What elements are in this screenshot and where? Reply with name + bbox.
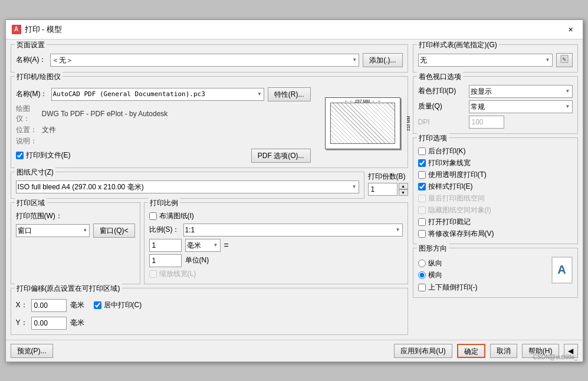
portrait-radio[interactable] xyxy=(418,260,426,267)
bg-print-label: 后台打印(K) xyxy=(428,146,466,156)
hide-objects-checkbox[interactable] xyxy=(418,206,426,214)
paper-dim-h: ← 297 MM → xyxy=(350,99,375,103)
print-to-file-label: 打印到文件(E) xyxy=(26,150,71,160)
app-icon: A xyxy=(12,25,21,34)
add-page-button[interactable]: 添加(.)... xyxy=(363,53,402,67)
scale-label: 比例(S)： xyxy=(149,225,180,235)
paper-size-select[interactable]: ISO full bleed A4 (297.00 x 210.00 毫米) xyxy=(16,180,359,193)
paper-dim-v: 210 MM xyxy=(406,116,410,130)
print-style-section: 打印样式表(画笔指定)(G) 无 ✎ xyxy=(413,44,578,73)
window-button[interactable]: 窗口(Q)< xyxy=(93,224,134,238)
linewidth-checkbox[interactable] xyxy=(418,159,426,167)
preview-button[interactable]: 预览(P)... xyxy=(11,344,53,358)
landscape-radio[interactable] xyxy=(418,271,426,279)
shaded-viewport-section: 着色视口选项 着色打印(D) 按显示 质量(Q) 常规 xyxy=(413,76,578,134)
page-setup-section: 页面设置 名称(A)： ＜无＞ 添加(.)... xyxy=(11,44,408,73)
printer-name-select[interactable]: AutoCAD PDF (General Documentation).pc3 xyxy=(51,88,264,101)
orientation-icon: A xyxy=(551,257,573,284)
quality-label: 质量(Q) xyxy=(418,101,465,111)
apply-to-layout-button[interactable]: 应用到布局(U) xyxy=(394,344,452,358)
bottom-bar: 预览(P)... 应用到布局(U) 确定 取消 帮助(H) ◀ xyxy=(6,340,583,362)
scale-value2-input[interactable] xyxy=(149,254,182,267)
last-paper-checkbox[interactable] xyxy=(418,195,426,202)
title-bar: A 打印 - 模型 × xyxy=(6,20,583,40)
page-setup-title: 页面设置 xyxy=(15,40,47,50)
shade-print-label: 着色打印(D) xyxy=(418,86,465,96)
pdf-options-button[interactable]: PDF 选项(O)... xyxy=(251,149,311,163)
area-scale-row: 打印区域 打印范围(W)： 窗口 窗口(Q)< xyxy=(11,202,408,284)
y-unit: 毫米 xyxy=(70,318,84,328)
right-panel: 打印样式表(画笔指定)(G) 无 ✎ xyxy=(413,44,578,335)
y-label: Y： xyxy=(16,318,28,328)
transparency-checkbox[interactable] xyxy=(418,171,426,179)
x-input[interactable] xyxy=(31,299,67,312)
stamp-label: 打开打印戳记 xyxy=(428,217,471,227)
close-button[interactable]: × xyxy=(565,24,577,35)
print-offset-title: 打印偏移(原点设置在可打印区域) xyxy=(15,284,122,294)
dpi-label: DPI xyxy=(418,118,465,126)
confirm-button[interactable]: 确定 xyxy=(457,344,485,358)
print-style-edit-button[interactable]: ✎ xyxy=(556,53,573,67)
shaded-viewport-title: 着色视口选项 xyxy=(417,72,463,82)
landscape-label: 横向 xyxy=(428,270,442,280)
scale-lines-checkbox[interactable] xyxy=(149,270,157,278)
printer-name-label: 名称(M)： xyxy=(16,89,48,99)
copies-label: 打印份数(B) xyxy=(368,172,406,182)
save-layout-checkbox[interactable] xyxy=(418,230,426,238)
print-style-select[interactable]: 无 xyxy=(418,54,553,67)
print-offset-section: 打印偏移(原点设置在可打印区域) X： 毫米 居中打印(C) Y： xyxy=(11,288,408,335)
copies-down[interactable]: ▼ xyxy=(399,189,408,196)
stamp-checkbox[interactable] xyxy=(418,218,426,226)
y-input[interactable] xyxy=(31,317,67,330)
left-panel: 页面设置 名称(A)： ＜无＞ 添加(.)... 打印机/绘图仪 xyxy=(11,44,408,335)
bg-print-checkbox[interactable] xyxy=(418,147,426,155)
properties-button[interactable]: 特性(R)... xyxy=(268,87,311,101)
print-dialog: A 打印 - 模型 × 页面设置 名称(A)： ＜无＞ 添加(.)... xyxy=(5,19,583,362)
scale-select[interactable]: 1:1 xyxy=(183,224,403,237)
save-layout-label: 将修改保存到布局(V) xyxy=(428,229,494,239)
copies-spinner[interactable]: ▲ ▼ xyxy=(399,183,408,196)
range-label: 打印范围(W)： xyxy=(16,211,63,221)
print-to-file-checkbox[interactable] xyxy=(16,152,24,159)
equals-sign: = xyxy=(224,241,229,250)
orientation-section: 图形方向 纵向 横向 上下颠倒打印(-) xyxy=(413,248,578,298)
upside-down-label: 上下颠倒打印(-) xyxy=(428,283,478,293)
style-print-checkbox[interactable] xyxy=(418,183,426,190)
copies-area: 打印份数(B) ▲ ▼ xyxy=(368,172,408,196)
location-label: 位置： xyxy=(16,125,40,135)
title-bar-left: A 打印 - 模型 xyxy=(12,24,63,35)
scale-value1-input[interactable] xyxy=(149,239,182,252)
center-print-checkbox[interactable] xyxy=(94,301,101,309)
dialog-body: 页面设置 名称(A)： ＜无＞ 添加(.)... 打印机/绘图仪 xyxy=(6,40,583,340)
print-area-title: 打印区域 xyxy=(15,198,47,208)
paper-size-title: 图纸尺寸(Z) xyxy=(15,167,55,178)
fit-paper-checkbox[interactable] xyxy=(149,212,157,220)
desc-label: 说明： xyxy=(16,136,40,146)
cancel-button[interactable]: 取消 xyxy=(490,344,517,358)
center-print-label: 居中打印(C) xyxy=(104,300,142,310)
unit2-label: 单位(N) xyxy=(185,255,209,265)
orientation-letter: A xyxy=(557,263,566,277)
orientation-title: 图形方向 xyxy=(417,244,449,254)
copies-input[interactable] xyxy=(368,183,398,196)
edit-icon: ✎ xyxy=(560,55,569,63)
page-name-select[interactable]: ＜无＞ xyxy=(50,54,360,67)
x-unit: 毫米 xyxy=(70,300,84,310)
printer-title: 打印机/绘图仪 xyxy=(15,72,63,82)
upside-down-checkbox[interactable] xyxy=(418,284,426,291)
print-area-section: 打印区域 打印范围(W)： 窗口 窗口(Q)< xyxy=(11,202,140,284)
print-scale-title: 打印比例 xyxy=(148,198,180,208)
paper-size-section: 图纸尺寸(Z) ISO full bleed A4 (297.00 x 210.… xyxy=(11,172,364,199)
shade-print-select[interactable]: 按显示 xyxy=(469,85,573,98)
transparency-label: 使用透明度打印(T) xyxy=(428,170,487,180)
papersize-copies-row: 图纸尺寸(Z) ISO full bleed A4 (297.00 x 210.… xyxy=(11,172,408,199)
copies-up[interactable]: ▲ xyxy=(399,183,408,189)
fit-paper-label: 布满图纸(I) xyxy=(159,211,194,221)
svg-text:✎: ✎ xyxy=(562,57,567,63)
quality-select[interactable]: 常规 xyxy=(469,100,573,113)
scale-unit1-select[interactable]: 毫米 xyxy=(185,239,221,252)
location-value: 文件 xyxy=(42,125,56,135)
name-label: 名称(A)： xyxy=(16,55,47,65)
print-range-select[interactable]: 窗口 xyxy=(16,224,90,237)
print-style-title: 打印样式表(画笔指定)(G) xyxy=(417,40,499,50)
